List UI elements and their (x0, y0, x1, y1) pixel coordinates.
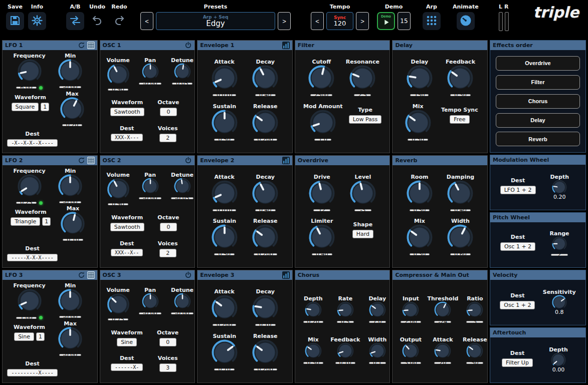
osc3-volume-knob[interactable] (106, 292, 130, 316)
fx-order-delay-button[interactable]: Delay (496, 113, 580, 128)
osc2-waveform-select[interactable]: Sawtooth (110, 223, 144, 231)
preset-prev-button[interactable]: < (140, 12, 153, 30)
bars-icon[interactable] (282, 271, 290, 279)
env2-release-knob[interactable] (251, 223, 279, 251)
osc1-detune-knob[interactable] (173, 63, 191, 81)
comp-input-knob-value[interactable]: 2.00 (401, 321, 421, 323)
osc1-waveform-select[interactable]: Sawtooth (110, 108, 144, 116)
delay-mix-knob[interactable] (404, 109, 432, 137)
comp-attack-knob-value[interactable]: 20 (434, 362, 451, 364)
delay-tempo-sync-select[interactable]: Free (450, 115, 469, 124)
preset-display[interactable]: Arp + Seq Edgy (156, 12, 275, 30)
comp-ratio-knob[interactable] (466, 301, 484, 319)
env2-decay-knob-value[interactable]: 0.40 (255, 209, 276, 211)
env2-attack-knob[interactable] (211, 179, 239, 207)
env1-release-knob-value[interactable]: 0.200 (254, 139, 278, 141)
env3-sustain-knob[interactable] (211, 338, 239, 366)
lfo2-max-knob-value[interactable]: 0.10 (63, 239, 83, 241)
env1-decay-knob-value[interactable]: 0.40 (255, 94, 276, 96)
lfo2-frequency-knob-value[interactable]: 0.25 (16, 202, 37, 204)
osc1-voices-select[interactable]: 2 (159, 134, 176, 142)
pitchwheel-dest-field[interactable]: Osc 1 + 2 (500, 242, 535, 251)
modwheel-dest-field[interactable]: LFO 1 + 2 (500, 186, 536, 194)
env1-attack-knob-value[interactable]: 0.010 (213, 94, 237, 96)
osc1-detune-knob-value[interactable]: 0.05 (172, 83, 192, 85)
comp-output-knob-value[interactable]: 3.00 (401, 362, 421, 364)
fx-order-overdrive-button[interactable]: Overdrive (496, 56, 580, 71)
power-icon[interactable] (184, 42, 192, 49)
overdrive-drive-knob[interactable] (308, 179, 336, 207)
osc1-pan-knob[interactable] (141, 63, 159, 81)
overdrive-drive-knob-value[interactable]: 12 (313, 209, 330, 211)
fx-order-chorus-button[interactable]: Chorus (496, 94, 580, 109)
reverb-damping-knob[interactable] (446, 179, 474, 207)
chorus-rate-knob[interactable] (336, 301, 354, 319)
osc3-detune-knob[interactable] (173, 292, 191, 310)
env3-decay-knob[interactable] (251, 294, 279, 322)
reverb-room-knob-value[interactable]: 0.50 (410, 209, 430, 211)
osc2-volume-knob-value[interactable]: 0.90 (108, 203, 128, 205)
grid-icon[interactable] (87, 42, 95, 49)
osc3-volume-knob-value[interactable]: 0.75 (108, 318, 128, 320)
aftertouch-depth-knob[interactable] (550, 352, 566, 368)
power-icon[interactable] (184, 157, 192, 164)
delay-time-knob[interactable] (406, 64, 434, 92)
lfo3-min-knob-value[interactable]: -0.00 (59, 316, 81, 318)
lfo1-waveform-select[interactable]: Square (12, 103, 39, 111)
comp-output-knob[interactable] (402, 342, 420, 360)
filter-cutoff-knob-value[interactable]: 2500 (310, 94, 332, 96)
delay-feedback-knob-value[interactable]: 0.30 (450, 94, 471, 96)
env3-attack-knob-value[interactable]: 0.200 (213, 324, 237, 326)
animate-button[interactable] (457, 12, 475, 30)
reverb-damping-knob-value[interactable]: 0.40 (450, 209, 471, 211)
env1-release-knob[interactable] (251, 109, 279, 137)
lfo2-min-knob-value[interactable]: -0.00 (59, 201, 81, 203)
aftertouch-dest-field[interactable]: Filter Up (502, 358, 533, 367)
comp-release-knob[interactable] (466, 342, 484, 360)
refresh-icon[interactable] (78, 271, 85, 279)
env3-decay-knob-value[interactable]: 0.10 (255, 324, 276, 326)
demo-play-button[interactable]: Demo (377, 12, 395, 30)
fx-order-filter-button[interactable]: Filter (496, 75, 580, 90)
bars-icon[interactable] (282, 42, 290, 49)
comp-threshold-knob[interactable] (434, 301, 452, 319)
chorus-mix-knob[interactable] (304, 342, 322, 360)
env3-release-knob[interactable] (251, 338, 279, 366)
modwheel-depth-knob[interactable] (551, 179, 567, 195)
lfo2-waveform-select-extra[interactable]: 1 (42, 217, 51, 226)
lfo1-frequency-knob-value[interactable]: 6.00 (16, 87, 37, 89)
arp-button[interactable] (423, 12, 441, 30)
osc1-volume-knob-value[interactable]: 0.90 (108, 89, 128, 91)
env2-decay-knob[interactable] (251, 179, 279, 207)
comp-ratio-knob-value[interactable]: 3 (466, 321, 483, 323)
osc1-pan-knob-value[interactable]: -0.00 (139, 83, 161, 85)
redo-button[interactable] (110, 12, 128, 30)
comp-input-knob[interactable] (402, 301, 420, 319)
lfo3-frequency-knob[interactable] (17, 288, 43, 314)
chorus-delay-knob[interactable] (368, 301, 386, 319)
osc2-dest-field[interactable]: XXX--X-- (111, 249, 143, 256)
lfo3-max-knob-value[interactable]: -0.00 (59, 354, 81, 356)
lfo2-min-knob[interactable] (57, 173, 83, 199)
tempo-up-button[interactable]: > (356, 12, 369, 30)
env3-attack-knob[interactable] (211, 294, 239, 322)
osc1-volume-knob[interactable] (106, 63, 130, 87)
ab-compare-button[interactable] (66, 12, 84, 30)
tempo-display[interactable]: Sync 120 (326, 12, 353, 30)
env2-attack-knob-value[interactable]: 0.010 (213, 209, 237, 211)
lfo1-max-knob-value[interactable]: 0.20 (62, 124, 83, 126)
osc3-voices-select[interactable]: 3 (159, 363, 176, 372)
filter-resonance-knob-value[interactable]: 2.5 (354, 94, 371, 96)
refresh-icon[interactable] (78, 42, 85, 49)
overdrive-limiter-knob[interactable] (308, 223, 336, 251)
osc3-pan-knob-value[interactable]: -0.00 (139, 312, 161, 314)
fx-order-reverb-button[interactable]: Reverb (496, 132, 580, 146)
delay-feedback-knob[interactable] (446, 64, 474, 92)
bars-icon[interactable] (282, 157, 290, 164)
chorus-depth-knob[interactable] (304, 301, 322, 319)
osc2-detune-knob[interactable] (173, 177, 191, 195)
overdrive-shape-select[interactable]: Hard (352, 230, 373, 238)
lfo2-frequency-knob[interactable] (17, 173, 43, 199)
undo-button[interactable] (88, 12, 106, 30)
osc3-detune-knob-value[interactable]: -0.00 (171, 312, 193, 314)
